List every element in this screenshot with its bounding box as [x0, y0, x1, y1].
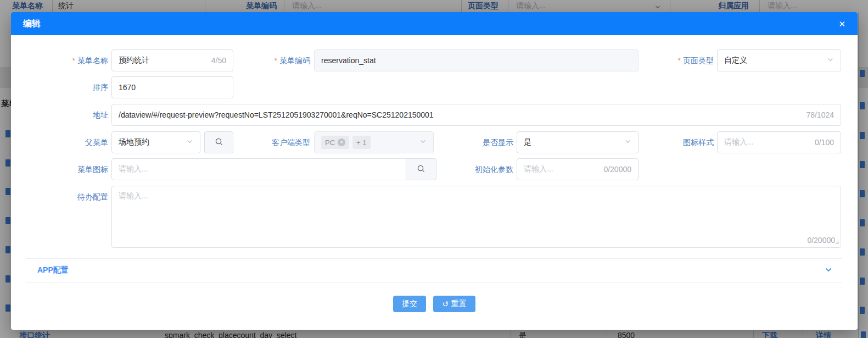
resize-handle-icon[interactable] — [835, 237, 839, 246]
menu-code-label: *菜单编码 — [239, 49, 310, 71]
reset-button-label: 重置 — [451, 299, 467, 309]
icon-style-counter: 0/100 — [810, 138, 834, 147]
init-params-counter: 0/20000 — [599, 165, 631, 174]
tag-remove-icon[interactable]: ✕ — [338, 138, 345, 146]
init-params-input[interactable]: 请输入... 0/20000 — [517, 158, 639, 180]
address-input[interactable]: /dataview/#/request-preview?requestNo=LS… — [111, 104, 841, 126]
address-label: 地址 — [37, 104, 108, 126]
menu-icon-label: 菜单图标 — [37, 158, 108, 180]
parent-menu-label: 父菜单 — [37, 131, 108, 153]
visible-select[interactable]: 是 — [517, 131, 639, 153]
search-icon — [417, 164, 425, 175]
client-type-tag: PC ✕ — [321, 136, 349, 149]
submit-button-label: 提交 — [402, 299, 417, 309]
sort-value: 1670 — [119, 83, 136, 92]
address-counter: 78/1024 — [802, 110, 834, 119]
app-config-title: APP配置 — [37, 265, 69, 275]
menu-icon-placeholder: 请输入... — [119, 164, 148, 174]
menu-name-label: *菜单名称 — [37, 49, 108, 71]
page-type-select[interactable]: 自定义 — [717, 49, 841, 71]
icon-style-input[interactable]: 请输入... 0/100 — [717, 131, 841, 153]
menu-name-input[interactable]: 预约统计 4/50 — [111, 49, 233, 71]
reset-button[interactable]: ↺ 重置 — [433, 296, 475, 312]
parent-menu-select[interactable]: 场地预约 — [111, 131, 200, 153]
todo-config-textarea[interactable]: 请输入... 0/20000 — [111, 186, 841, 248]
parent-menu-search-button[interactable] — [204, 131, 233, 153]
dialog-title: 编辑 — [23, 18, 41, 30]
sort-label: 排序 — [37, 76, 108, 98]
dialog-footer: 提交 ↺ 重置 — [11, 296, 858, 312]
todo-config-counter: 0/20000 — [807, 236, 835, 245]
visible-label: 是否显示 — [442, 131, 513, 153]
client-type-multiselect[interactable]: PC ✕ + 1 — [314, 131, 434, 153]
init-params-placeholder: 请输入... — [524, 164, 553, 174]
submit-button[interactable]: 提交 — [393, 296, 426, 312]
menu-name-counter: 4/50 — [207, 56, 226, 65]
page-type-value: 自定义 — [724, 56, 747, 65]
required-mark: * — [275, 56, 277, 65]
client-type-label: 客户端类型 — [239, 131, 310, 153]
menu-code-input: reservation_stat — [314, 49, 639, 71]
icon-style-label: 图标样式 — [642, 131, 714, 153]
menu-icon-input[interactable]: 请输入... — [111, 158, 406, 180]
app-config-section-header[interactable]: APP配置 — [26, 258, 842, 282]
parent-menu-value: 场地预约 — [119, 137, 149, 147]
sort-input[interactable]: 1670 — [111, 76, 233, 98]
close-icon[interactable]: ✕ — [838, 20, 845, 28]
icon-style-placeholder: 请输入... — [724, 137, 754, 147]
chevron-down-icon — [827, 56, 834, 65]
edit-dialog: 编辑 ✕ *菜单名称 预约统计 4/50 *菜单编码 reservation_s… — [11, 12, 858, 330]
todo-config-placeholder: 请输入... — [119, 191, 148, 201]
chevron-down-icon — [419, 138, 427, 147]
init-params-label: 初始化参数 — [442, 158, 513, 180]
chevron-down-icon — [825, 266, 832, 275]
chevron-down-icon — [624, 138, 631, 147]
required-mark: * — [678, 56, 681, 65]
visible-value: 是 — [524, 137, 531, 147]
menu-code-value: reservation_stat — [321, 56, 376, 65]
address-value: /dataview/#/request-preview?requestNo=LS… — [119, 110, 434, 119]
chevron-down-icon — [186, 138, 193, 147]
todo-config-label: 待办配置 — [37, 186, 108, 208]
search-icon — [215, 137, 223, 148]
menu-name-value: 预约统计 — [119, 56, 149, 65]
menu-icon-search-button[interactable] — [406, 158, 436, 180]
dialog-header: 编辑 ✕ — [11, 12, 858, 35]
page-type-label: *页面类型 — [642, 49, 714, 71]
refresh-icon: ↺ — [442, 300, 449, 308]
client-type-more-tag: + 1 — [352, 136, 370, 149]
required-mark: * — [72, 56, 75, 65]
client-type-tag-label: PC — [325, 138, 335, 147]
